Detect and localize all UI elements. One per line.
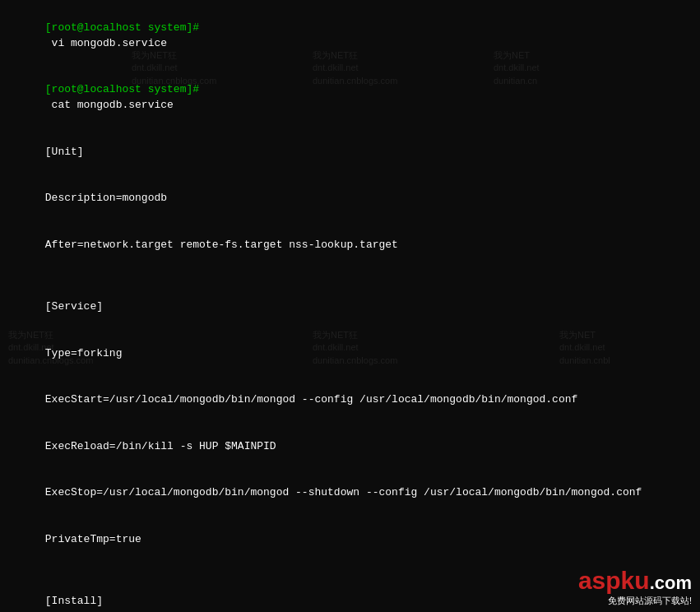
aspku-branding: aspku.com 免费网站源码下载站! bbox=[578, 567, 692, 607]
prompt: [root@localhost system]# bbox=[45, 83, 199, 95]
terminal: [root@localhost system]# vi mongodb.serv… bbox=[0, 0, 700, 612]
line-execreload: ExecReload=/bin/kill -s HUP $MAINPID bbox=[7, 424, 693, 471]
terminal-content: [root@localhost system]# vi mongodb.serv… bbox=[7, 5, 693, 612]
aspku-text: aspku bbox=[578, 567, 650, 594]
line-privatetmp: PrivateTmp=true bbox=[7, 517, 693, 563]
aspku-dotcom: .com bbox=[650, 573, 692, 593]
line-desc: Description=mongodb bbox=[7, 175, 693, 222]
prompt: [root@localhost system]# bbox=[45, 21, 199, 34]
line-blank1 bbox=[7, 268, 693, 284]
line-1: [root@localhost system]# vi mongodb.serv… bbox=[7, 5, 693, 67]
aspku-logo: aspku.com bbox=[578, 567, 692, 595]
line-execstart: ExecStart=/usr/local/mongodb/bin/mongod … bbox=[7, 377, 693, 424]
line-unit: [Unit] bbox=[7, 129, 693, 176]
cmd: vi mongodb.service bbox=[45, 37, 167, 49]
line-type: Type=forking bbox=[7, 331, 693, 378]
line-2: [root@localhost system]# cat mongodb.ser… bbox=[7, 67, 693, 128]
line-execstop: ExecStop=/usr/local/mongodb/bin/mongod -… bbox=[7, 470, 693, 517]
line-service: [Service] bbox=[7, 284, 693, 331]
cmd: cat mongodb.service bbox=[45, 99, 174, 111]
line-after: After=network.target remote-fs.target ns… bbox=[7, 222, 693, 269]
aspku-subtitle: 免费网站源码下载站! bbox=[578, 595, 692, 607]
